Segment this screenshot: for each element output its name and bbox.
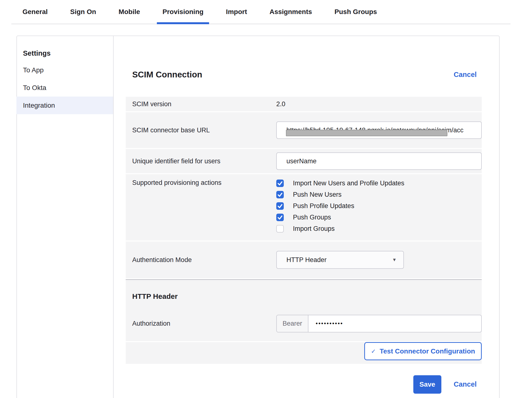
cancel-link-bottom[interactable]: Cancel — [454, 380, 477, 388]
provisioning-actions-row: Supported provisioning actions Import Ne… — [126, 174, 482, 240]
scim-version-label: SCIM version — [126, 100, 276, 108]
checkbox-unchecked-icon[interactable] — [276, 225, 284, 233]
tab-general[interactable]: General — [17, 0, 53, 24]
test-connector-button[interactable]: ✓ Test Connector Configuration — [364, 342, 482, 360]
authorization-row: Authorization Bearer •••••••••• — [126, 306, 482, 341]
http-header-section: HTTP Header — [126, 279, 482, 306]
base-url-input[interactable]: https://b5bd-195-19-67-148.ngrok.io/gate… — [276, 121, 482, 139]
app-tab-bar: GeneralSign OnMobileProvisioningImportAs… — [11, 0, 510, 24]
bearer-prefix: Bearer — [277, 315, 308, 332]
auth-mode-select[interactable]: HTTP Header ▼ — [276, 251, 404, 269]
tab-mobile[interactable]: Mobile — [113, 0, 146, 24]
test-connector-label: Test Connector Configuration — [380, 347, 475, 355]
provisioning-option-push-groups[interactable]: Push Groups — [276, 212, 479, 223]
provisioning-option-label: Import Groups — [293, 225, 335, 233]
unique-id-row: Unique identifier field for users userNa… — [126, 149, 482, 173]
page-title: SCIM Connection — [132, 70, 202, 79]
base-url-label: SCIM connector base URL — [126, 127, 276, 134]
auth-mode-row: Authentication Mode HTTP Header ▼ — [126, 241, 482, 278]
provisioning-actions-label: Supported provisioning actions — [126, 174, 276, 187]
provisioning-option-push-profile-updates[interactable]: Push Profile Updates — [276, 200, 479, 212]
scim-version-value: 2.0 — [276, 100, 482, 108]
unique-id-label: Unique identifier field for users — [126, 158, 276, 165]
authorization-label: Authorization — [126, 320, 276, 327]
provisioning-option-label: Push New Users — [293, 191, 342, 198]
test-connector-row: ✓ Test Connector Configuration — [126, 342, 482, 364]
scim-version-row: SCIM version 2.0 — [126, 97, 482, 111]
checkbox-checked-icon[interactable] — [276, 180, 284, 187]
check-icon: ✓ — [371, 348, 376, 355]
authorization-token-input[interactable]: •••••••••• — [308, 315, 481, 332]
provisioning-option-label: Import New Users and Profile Updates — [293, 180, 404, 187]
auth-mode-selected-value: HTTP Header — [286, 256, 327, 264]
provisioning-option-import-new-users-and-profile-updates[interactable]: Import New Users and Profile Updates — [276, 178, 479, 189]
redaction-bar — [286, 130, 447, 136]
tab-push-groups[interactable]: Push Groups — [329, 0, 383, 24]
provisioning-option-label: Push Groups — [293, 214, 331, 221]
sidebar-item-to-okta[interactable]: To Okta — [16, 79, 113, 97]
tab-import[interactable]: Import — [220, 0, 253, 24]
tab-assignments[interactable]: Assignments — [264, 0, 318, 24]
provisioning-actions-list: Import New Users and Profile UpdatesPush… — [276, 174, 479, 234]
checkbox-checked-icon[interactable] — [276, 214, 284, 221]
settings-sidebar: Settings To AppTo OktaIntegration — [16, 36, 114, 398]
checkbox-checked-icon[interactable] — [276, 191, 284, 198]
sidebar-heading: Settings — [16, 45, 113, 61]
unique-id-value: userName — [286, 158, 317, 165]
checkbox-checked-icon[interactable] — [276, 202, 284, 210]
scim-connection-form: SCIM version 2.0 SCIM connector base URL… — [126, 97, 482, 364]
unique-id-input[interactable]: userName — [276, 152, 482, 170]
tab-sign-on[interactable]: Sign On — [65, 0, 102, 24]
authorization-input-group: Bearer •••••••••• — [276, 315, 482, 332]
sidebar-item-to-app[interactable]: To App — [16, 61, 113, 79]
http-header-heading: HTTP Header — [132, 292, 178, 300]
sidebar-item-integration[interactable]: Integration — [16, 97, 113, 114]
provisioning-option-push-new-users[interactable]: Push New Users — [276, 189, 479, 200]
tab-provisioning[interactable]: Provisioning — [157, 0, 209, 24]
provisioning-option-label: Push Profile Updates — [293, 202, 354, 210]
auth-mode-label: Authentication Mode — [126, 256, 276, 264]
chevron-down-icon: ▼ — [392, 257, 397, 263]
provisioning-option-import-groups[interactable]: Import Groups — [276, 223, 479, 234]
base-url-row: SCIM connector base URL https://b5bd-195… — [126, 112, 482, 148]
save-button[interactable]: Save — [413, 375, 441, 394]
cancel-link-top[interactable]: Cancel — [454, 71, 477, 79]
